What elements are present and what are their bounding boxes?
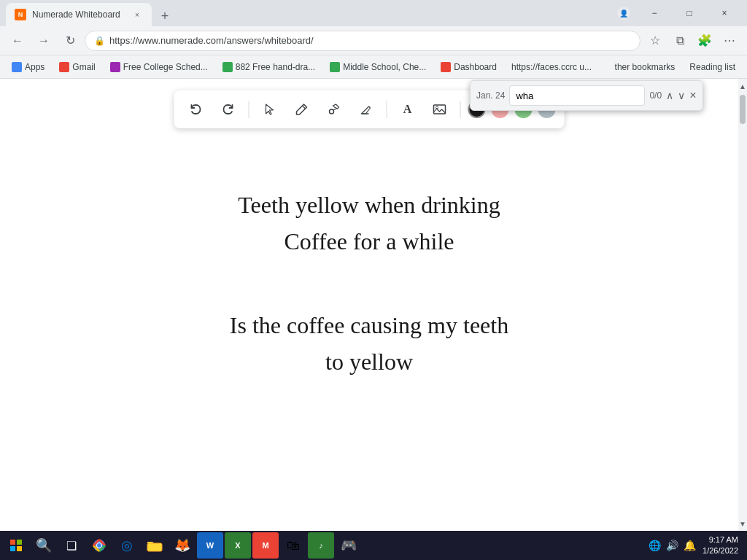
taskbar-system-icons: 🌐 🔊 🔔 <box>647 538 697 553</box>
close-button[interactable]: × <box>708 2 741 24</box>
whiteboard-line-2: Coffee for a while <box>284 228 454 255</box>
bookmarks-bar: Apps Gmail Free College Sched... 882 Fre… <box>0 55 747 79</box>
tab-close-button[interactable]: × <box>131 9 143 20</box>
text-tool-button[interactable]: A <box>395 96 421 122</box>
taskbar: 🔍 ❑ ◎ 🦊 W X M 🛍 ♪ <box>0 531 747 560</box>
taskbar-msn-icon[interactable]: M <box>252 532 279 559</box>
bookmark-gmail[interactable]: Gmail <box>53 58 101 76</box>
forward-button[interactable]: → <box>32 29 55 52</box>
handwritten-content: Teeth yellow when drinking Coffee for a … <box>0 79 738 531</box>
bookmark-apps[interactable]: Apps <box>6 58 50 76</box>
bookmark-faces-label: https://faces.ccrc u... <box>511 62 592 72</box>
redo-button[interactable] <box>215 96 241 122</box>
find-prev-button[interactable]: ∧ <box>666 85 673 106</box>
bookmark-other[interactable]: ther bookmarks <box>609 58 681 76</box>
svg-rect-4 <box>434 105 446 114</box>
bookmark-middle-school[interactable]: Middle School, Che... <box>324 58 432 76</box>
maximize-button[interactable]: □ <box>673 2 706 24</box>
back-button[interactable]: ← <box>6 29 29 52</box>
svg-rect-7 <box>17 540 22 545</box>
bookmark-middle-school-label: Middle School, Che... <box>343 62 426 72</box>
bookmark-college-label: Free College Sched... <box>123 62 208 72</box>
nav-actions: ☆ ⧉ 🧩 ⋯ <box>643 29 741 52</box>
pen-tool-button[interactable] <box>289 96 315 122</box>
bookmark-dashboard-label: Dashboard <box>454 62 497 72</box>
clock-time: 9:17 AM <box>703 534 738 545</box>
active-tab[interactable]: N Numerade Whiteboard × <box>6 3 152 26</box>
find-count: 0/0 <box>649 90 662 101</box>
new-tab-button[interactable]: + <box>155 6 175 26</box>
extensions-button[interactable]: 🧩 <box>693 29 716 52</box>
refresh-button[interactable]: ↻ <box>58 29 82 52</box>
volume-icon[interactable]: 🔊 <box>665 538 679 553</box>
collections-button[interactable]: ⧉ <box>668 29 692 52</box>
whiteboard-line-3: Is the coffee causing my teeth <box>230 312 508 339</box>
find-bar: Jan. 24 0/0 ∧ ∨ × <box>470 80 703 111</box>
taskbar-store-icon[interactable]: 🛍 <box>280 532 306 559</box>
hand-draw-icon <box>222 62 233 72</box>
taskbar-excel-icon[interactable]: X <box>225 532 251 559</box>
taskbar-app-icon[interactable]: 🎮 <box>336 532 362 559</box>
bookmarks-button[interactable]: ☆ <box>643 29 667 52</box>
taskbar-word-icon[interactable]: W <box>197 532 223 559</box>
image-tool-button[interactable] <box>427 96 453 122</box>
taskbar-chrome-icon[interactable] <box>86 532 112 559</box>
bookmark-hand-draw[interactable]: 882 Free hand-dra... <box>217 58 321 76</box>
tab-title: Numerade Whiteboard <box>32 9 125 20</box>
network-icon[interactable]: 🌐 <box>647 538 662 553</box>
find-next-button[interactable]: ∨ <box>678 85 685 106</box>
bookmark-reading-list[interactable]: Reading list <box>684 58 741 76</box>
menu-button[interactable]: ⋯ <box>718 29 741 52</box>
address-bar[interactable]: 🔒 https://www.numerade.com/answers/white… <box>85 31 640 51</box>
shape-tool-button[interactable] <box>321 96 347 122</box>
bookmark-gmail-label: Gmail <box>72 62 95 72</box>
bookmark-faces[interactable]: https://faces.ccrc u... <box>506 58 597 76</box>
bookmark-college[interactable]: Free College Sched... <box>104 58 214 76</box>
find-bar-label: Jan. 24 <box>476 90 505 101</box>
taskbar-cortana-icon[interactable]: ◎ <box>114 532 140 559</box>
taskbar-clock[interactable]: 9:17 AM 1/26/2022 <box>703 534 738 557</box>
window-controls: 👤 − □ × <box>617 2 741 24</box>
scroll-thumb[interactable] <box>740 95 746 124</box>
find-close-button[interactable]: × <box>689 85 697 106</box>
browser-window: N Numerade Whiteboard × + 👤 − □ × ← → ↻ … <box>0 0 747 560</box>
minimize-button[interactable]: − <box>638 2 671 24</box>
toolbar-separator-1 <box>249 101 249 118</box>
svg-rect-6 <box>10 540 15 545</box>
select-tool-button[interactable] <box>257 96 283 122</box>
profile-icon[interactable]: 👤 <box>617 7 630 20</box>
scroll-down-button[interactable]: ▼ <box>740 518 746 529</box>
bookmark-reading-list-label: Reading list <box>689 62 735 72</box>
undo-button[interactable] <box>183 96 209 122</box>
notification-icon[interactable]: 🔔 <box>682 538 697 553</box>
start-button[interactable] <box>3 532 29 559</box>
svg-rect-9 <box>17 546 22 551</box>
find-input[interactable] <box>509 85 645 106</box>
bookmark-other-label: ther bookmarks <box>615 62 676 72</box>
svg-rect-8 <box>10 546 15 551</box>
apps-icon <box>12 62 22 72</box>
svg-line-2 <box>333 109 337 110</box>
bookmark-apps-label: Apps <box>25 62 44 72</box>
svg-rect-13 <box>147 543 162 551</box>
task-view-button[interactable]: ❑ <box>58 532 85 559</box>
toolbar-separator-3 <box>460 101 461 118</box>
bookmark-dashboard[interactable]: Dashboard <box>435 58 503 76</box>
tab-strip: N Numerade Whiteboard × + <box>6 0 608 26</box>
taskbar-firefox-icon[interactable]: 🦊 <box>169 532 196 559</box>
title-bar: N Numerade Whiteboard × + 👤 − □ × <box>0 0 747 26</box>
college-icon <box>110 62 120 72</box>
text-icon: A <box>403 103 412 116</box>
gmail-icon <box>59 62 69 72</box>
scroll-up-button[interactable]: ▲ <box>740 80 746 92</box>
eraser-tool-button[interactable] <box>353 96 379 122</box>
scrollbar[interactable]: ▲ ▼ <box>738 79 747 531</box>
taskbar-explorer-icon[interactable] <box>142 532 168 559</box>
toolbar-separator-2 <box>387 101 387 118</box>
taskbar-music-icon[interactable]: ♪ <box>308 532 334 559</box>
middle-school-icon <box>330 62 340 72</box>
svg-point-12 <box>97 543 101 548</box>
whiteboard[interactable]: A Teeth yellow when drinking <box>0 79 738 531</box>
taskbar-search-button[interactable]: 🔍 <box>31 532 57 559</box>
whiteboard-line-1: Teeth yellow when drinking <box>238 192 500 219</box>
